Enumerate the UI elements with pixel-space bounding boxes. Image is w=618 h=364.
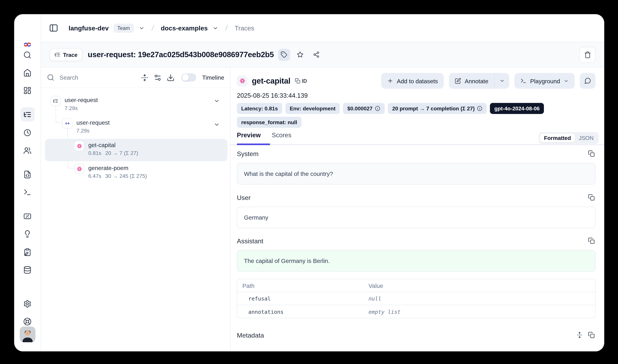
row-path: annotations: [237, 309, 369, 315]
sidebar-item-insights[interactable]: [20, 227, 34, 241]
system-section-label: System: [237, 150, 259, 158]
top-bar: langfuse-dev Team / docs-examples / Trac…: [41, 14, 604, 42]
list-tree-icon: [54, 52, 60, 58]
copy-id-button[interactable]: ID: [295, 78, 307, 84]
project-type-badge: Team: [114, 24, 134, 33]
tree-item-duration: 7.29s: [77, 128, 89, 134]
trash-icon: [584, 51, 591, 58]
playground-button[interactable]: Playground: [514, 73, 575, 89]
main-content: Timeline user-request 7.29s: [41, 67, 604, 351]
row-path: refusal: [237, 295, 369, 302]
trace-type-badge: Trace: [50, 48, 82, 61]
delete-trace-button[interactable]: [579, 47, 596, 63]
system-message-text: What is the capital of the country?: [244, 170, 333, 177]
tree-item-label[interactable]: user-request: [77, 119, 110, 126]
copy-icon[interactable]: [588, 150, 595, 157]
system-message-box: What is the capital of the country?: [237, 163, 596, 184]
terminal-icon: [520, 78, 527, 84]
observation-timestamp: 2025-08-25 16:33:44.139: [237, 92, 308, 99]
badge-row-2: response_format: null: [237, 117, 302, 128]
column-header-value: Value: [369, 282, 595, 289]
tab-preview[interactable]: Preview: [237, 132, 261, 143]
user-section-label: User: [237, 194, 251, 201]
tabs-divider: [231, 144, 604, 145]
chevron-down-icon[interactable]: [214, 98, 220, 104]
download-icon[interactable]: [167, 74, 174, 81]
star-button[interactable]: [294, 49, 306, 61]
tree-item-meta: 6.47s30 → 245 (Σ 275): [88, 173, 147, 179]
tree-item-duration: 7.29s: [65, 105, 77, 111]
generation-badge: [237, 76, 247, 86]
assistant-section-label: Assistant: [237, 237, 263, 245]
sidebar-toggle-icon[interactable]: [49, 23, 58, 33]
chevron-down-icon[interactable]: [214, 121, 220, 128]
tag-icon: [281, 51, 287, 58]
sidebar-item-evaluation[interactable]: [20, 209, 34, 223]
add-to-datasets-button[interactable]: Add to datasets: [381, 73, 444, 89]
column-header-path: Path: [237, 282, 369, 289]
unfold-vertical-icon[interactable]: [576, 332, 583, 338]
trace-tree-panel: Timeline user-request 7.29s: [41, 67, 231, 351]
annotate-split-button: Annotate: [449, 73, 509, 89]
copy-icon[interactable]: [588, 332, 595, 338]
view-mode-toggle: Formatted JSON: [539, 132, 599, 144]
annotate-button[interactable]: Annotate: [449, 73, 494, 89]
chevron-down-icon[interactable]: [212, 25, 219, 31]
token-usage-badge[interactable]: 20 prompt → 7 completion (Σ 27): [388, 103, 487, 114]
model-badge[interactable]: gpt-4o-2024-08-06: [490, 103, 544, 114]
assistant-message-box: The capital of Germany is Berlin.: [237, 250, 596, 272]
trace-node-icon: [51, 96, 61, 106]
sidebar-item-settings[interactable]: [20, 297, 34, 311]
copy-icon[interactable]: [588, 237, 595, 244]
fold-vertical-icon[interactable]: [141, 74, 149, 81]
chat-bubble-icon: [584, 77, 591, 84]
breadcrumb-section[interactable]: docs-examples: [161, 24, 208, 32]
pen-square-icon: [455, 78, 461, 84]
span-node-icon: [62, 118, 73, 129]
generation-icon: [239, 78, 245, 84]
observation-header: get-capital ID Add to datasets Annotate: [237, 73, 596, 89]
sidebar-item-prompts[interactable]: [20, 167, 34, 181]
active-tab-indicator: [237, 143, 270, 145]
copy-icon[interactable]: [588, 194, 595, 201]
tree-connector: [56, 106, 62, 123]
timeline-toggle[interactable]: [181, 73, 196, 82]
filter-settings-icon[interactable]: [154, 74, 161, 81]
annotate-dropdown-button[interactable]: [494, 73, 509, 89]
generation-icon: [76, 143, 82, 149]
tag-button[interactable]: [278, 49, 290, 61]
app-window: langfuse-dev Team / docs-examples / Trac…: [14, 14, 604, 351]
tree-item-label[interactable]: get-capital: [88, 142, 116, 148]
sidebar-item-playground[interactable]: [20, 185, 34, 199]
sidebar-item-search[interactable]: [20, 48, 34, 62]
sidebar-item-datasets[interactable]: [20, 263, 34, 277]
row-value: empty list: [369, 309, 595, 315]
sidebar-item-annotation[interactable]: [20, 245, 34, 259]
user-avatar[interactable]: [20, 326, 36, 342]
share-button[interactable]: [310, 49, 322, 61]
sidebar-item-sessions[interactable]: [20, 125, 34, 140]
sidebar-item-dashboards[interactable]: [20, 83, 34, 97]
cost-badge[interactable]: $0.000027: [343, 103, 385, 114]
sidebar-item-users[interactable]: [20, 143, 34, 157]
badge-row-1: Latency: 0.81s Env: development $0.00002…: [237, 103, 544, 114]
formatted-view-button[interactable]: Formatted: [540, 134, 575, 142]
tab-scores[interactable]: Scores: [272, 132, 291, 143]
tree-item-label[interactable]: generate-poem: [88, 164, 128, 171]
info-icon: [375, 106, 380, 111]
sidebar-item-traces[interactable]: [20, 107, 34, 121]
tree-item-label[interactable]: user-request: [65, 97, 98, 103]
latency-badge: Latency: 0.81s: [237, 103, 282, 114]
user-message-box: Germany: [237, 207, 596, 228]
plus-icon: [387, 78, 393, 84]
breadcrumb-project[interactable]: langfuse-dev: [69, 24, 109, 32]
header-actions: Add to datasets Annotate Playground: [381, 73, 596, 89]
comment-button[interactable]: [580, 73, 596, 89]
search-input[interactable]: [60, 74, 136, 81]
tree-toolbar: Timeline: [41, 67, 230, 88]
sidebar-item-home[interactable]: [20, 65, 34, 80]
chevron-down-icon[interactable]: [139, 25, 144, 31]
breadcrumb-page: Traces: [235, 24, 254, 32]
generation-icon: [76, 166, 82, 172]
json-view-button[interactable]: JSON: [575, 134, 598, 142]
